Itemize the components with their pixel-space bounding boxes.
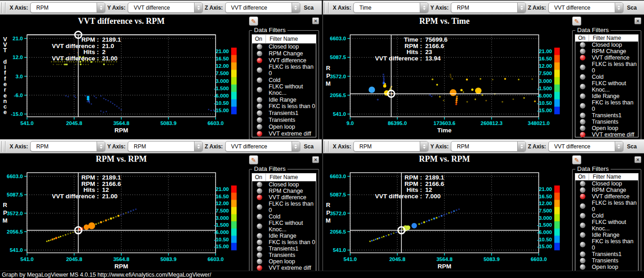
filter-on-indicator[interactable] xyxy=(257,110,262,116)
filter-row[interactable]: Transients xyxy=(575,119,638,125)
column-header-on[interactable]: On xyxy=(575,174,589,180)
column-header-on[interactable]: On xyxy=(252,174,266,181)
x-axis-select[interactable]: RPM xyxy=(30,2,105,13)
filter-on-indicator[interactable] xyxy=(580,187,585,193)
filter-row[interactable]: Idle Range xyxy=(252,96,316,103)
filter-on-indicator[interactable] xyxy=(257,131,262,136)
filter-on-indicator[interactable] xyxy=(580,119,585,125)
column-header-on[interactable]: On xyxy=(575,35,589,41)
close-panel-button[interactable]: ✕ xyxy=(634,156,641,163)
toolbar-grip[interactable] xyxy=(1,141,5,152)
filter-row[interactable]: Closed loop xyxy=(252,44,316,50)
close-panel-button[interactable]: ✕ xyxy=(312,17,319,24)
toolbar-grip[interactable] xyxy=(325,2,329,13)
filter-on-indicator[interactable] xyxy=(257,195,262,200)
filter-row[interactable]: Open loop xyxy=(575,264,638,270)
filter-row[interactable]: FLKC is less than 0 xyxy=(252,64,316,76)
filter-row[interactable]: VVT difference xyxy=(252,57,316,64)
filter-row[interactable]: Closed loop xyxy=(575,180,638,187)
filter-on-indicator[interactable] xyxy=(257,117,262,123)
filter-on-indicator[interactable] xyxy=(257,265,262,271)
filter-row[interactable]: Open loop xyxy=(252,258,316,265)
filter-row[interactable]: VVT difference xyxy=(252,194,316,201)
filter-row[interactable]: Closed loop xyxy=(575,42,638,48)
filter-row[interactable]: FKC is less than 0 xyxy=(252,103,316,110)
plot-area[interactable]: RPM vs. RPM6603.0541.05087.52045.83572.0… xyxy=(323,153,570,274)
x-axis-select[interactable]: RPM xyxy=(353,141,428,152)
filter-on-indicator[interactable] xyxy=(580,125,585,131)
filter-on-indicator[interactable] xyxy=(580,103,585,109)
filter-on-indicator[interactable] xyxy=(257,87,262,93)
column-header-on[interactable]: On xyxy=(252,35,266,43)
column-header-filter-name[interactable]: Filter Name xyxy=(266,36,298,42)
filter-on-indicator[interactable] xyxy=(257,97,262,103)
filter-on-indicator[interactable] xyxy=(580,232,585,238)
filter-row[interactable]: Cold xyxy=(252,213,316,220)
filter-on-indicator[interactable] xyxy=(580,264,585,270)
filter-row[interactable]: FLKC without Knoc... xyxy=(252,83,316,96)
z-axis-select[interactable]: VVT difference xyxy=(225,141,300,152)
filter-row[interactable]: RPM Change xyxy=(252,50,316,57)
filter-on-indicator[interactable] xyxy=(257,259,262,264)
filter-on-indicator[interactable] xyxy=(257,252,262,258)
filter-row[interactable]: VVT difference xyxy=(575,55,638,61)
filter-on-indicator[interactable] xyxy=(580,258,585,263)
filter-row[interactable]: Idle Range xyxy=(252,233,316,239)
plot-area[interactable]: RPM vs. RPM6603.0541.05087.52045.83572.0… xyxy=(0,153,247,274)
close-panel-button[interactable]: ✕ xyxy=(312,156,319,163)
filter-on-indicator[interactable] xyxy=(257,240,262,245)
column-header-filter-name[interactable]: Filter Name xyxy=(266,174,298,180)
filter-on-indicator[interactable] xyxy=(257,223,262,229)
filter-on-indicator[interactable] xyxy=(580,74,585,80)
edit-filters-button[interactable]: ✎ xyxy=(572,16,581,26)
z-axis-select[interactable]: VVT difference xyxy=(225,2,300,13)
filter-row[interactable]: Idle Range xyxy=(575,93,638,99)
filter-on-indicator[interactable] xyxy=(580,65,585,70)
filter-on-indicator[interactable] xyxy=(580,194,585,199)
filter-row[interactable]: RPM Change xyxy=(575,187,638,193)
filter-row[interactable]: Transients xyxy=(252,252,316,258)
filter-row[interactable]: FLKC is less than 0 xyxy=(252,201,316,213)
filter-row[interactable]: Transients1 xyxy=(252,245,316,252)
z-axis-select[interactable]: VVT difference xyxy=(548,2,623,13)
filter-on-indicator[interactable] xyxy=(580,42,585,48)
filter-row[interactable]: FLKC without Knoc... xyxy=(252,220,316,233)
filter-row[interactable]: Cold xyxy=(575,74,638,80)
filter-on-indicator[interactable] xyxy=(580,181,585,186)
filter-on-indicator[interactable] xyxy=(257,44,262,49)
filter-on-indicator[interactable] xyxy=(580,223,585,228)
filter-row[interactable]: VVT extreme diff xyxy=(252,130,316,137)
filter-on-indicator[interactable] xyxy=(580,132,585,137)
filter-on-indicator[interactable] xyxy=(257,51,262,56)
filter-row[interactable]: FLKC without Knoc... xyxy=(575,219,638,232)
filter-on-indicator[interactable] xyxy=(580,213,585,218)
filter-row[interactable]: FLKC without Knoc... xyxy=(575,80,638,93)
filter-row[interactable]: FLKC is less than 0 xyxy=(575,61,638,74)
filter-row[interactable]: VVT difference xyxy=(575,193,638,200)
filter-row[interactable]: VVT extreme diff xyxy=(252,265,316,271)
filter-on-indicator[interactable] xyxy=(580,49,585,54)
filter-on-indicator[interactable] xyxy=(580,93,585,99)
filter-row[interactable]: Open loop xyxy=(575,125,638,131)
edit-filters-button[interactable]: ✎ xyxy=(249,155,258,164)
filter-row[interactable]: Open loop xyxy=(252,123,316,130)
filter-on-indicator[interactable] xyxy=(580,203,585,209)
edit-filters-button[interactable]: ✎ xyxy=(249,16,258,26)
z-axis-select[interactable]: VVT difference xyxy=(548,141,623,152)
filter-row[interactable]: Cold xyxy=(575,213,638,219)
filter-on-indicator[interactable] xyxy=(257,124,262,130)
filter-on-indicator[interactable] xyxy=(580,251,585,257)
filter-row[interactable]: Transients xyxy=(252,117,316,124)
filter-row[interactable]: RPM Change xyxy=(252,188,316,194)
filter-row[interactable]: RPM Change xyxy=(575,48,638,55)
filter-row[interactable]: FKC is less than 0 xyxy=(575,238,638,251)
y-axis-select[interactable]: VVT difference xyxy=(128,2,203,13)
close-panel-button[interactable]: ✕ xyxy=(634,17,641,24)
filter-on-indicator[interactable] xyxy=(257,188,262,194)
edit-filters-button[interactable]: ✎ xyxy=(572,155,581,164)
filter-row[interactable]: Idle Range xyxy=(575,232,638,238)
filter-row[interactable]: FKC is less than 0 xyxy=(252,239,316,245)
filter-on-indicator[interactable] xyxy=(257,104,262,109)
y-axis-select[interactable]: RPM xyxy=(451,2,526,13)
filter-on-indicator[interactable] xyxy=(580,55,585,60)
